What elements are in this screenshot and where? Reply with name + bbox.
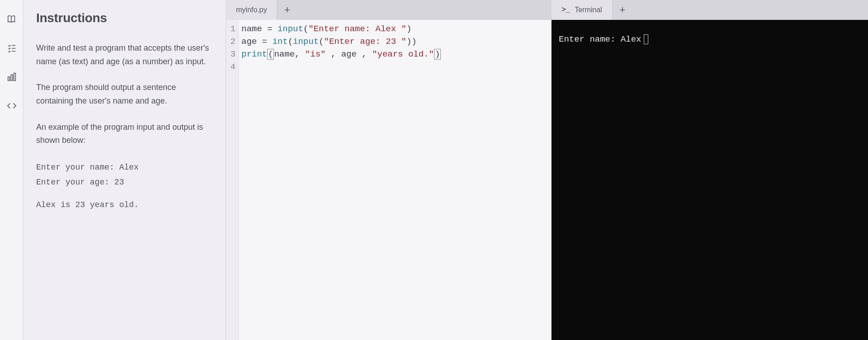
example-line-1: Enter your name: Alex	[36, 160, 213, 175]
code-lines[interactable]: name = input("Enter name: Alex ")age = i…	[239, 20, 551, 340]
instructions-panel: Instructions Write and test a program th…	[24, 0, 226, 340]
code-line-3: print(name, "is" , age , "years old.")	[241, 48, 551, 61]
code-editor[interactable]: 1 2 3 4 name = input("Enter name: Alex "…	[226, 20, 551, 340]
code-line-2: age = int(input("Enter age: 23 "))	[241, 35, 551, 48]
editor-tab-bar: myinfo.py +	[226, 0, 551, 20]
instructions-para-2: The program should output a sentence con…	[36, 81, 213, 108]
instructions-para-1: Write and test a program that accepts th…	[36, 42, 213, 68]
gutter-line: 1	[226, 23, 236, 35]
example-line-3: Alex is 23 years old.	[36, 198, 213, 212]
editor-tab-add[interactable]: +	[277, 0, 297, 20]
terminal-tab-label: Terminal	[575, 6, 602, 14]
terminal-line-1: Enter name: Alex	[559, 34, 641, 44]
terminal-tab-bar: >_ Terminal +	[552, 0, 868, 20]
instructions-title: Instructions	[36, 11, 213, 25]
terminal-cursor	[644, 34, 648, 44]
editor-panel: myinfo.py + 1 2 3 4 name = input("Enter …	[226, 0, 552, 340]
example-line-2: Enter your age: 23	[36, 175, 213, 189]
code-line-1: name = input("Enter name: Alex ")	[241, 23, 551, 35]
code-icon[interactable]	[6, 100, 17, 111]
instructions-body: Write and test a program that accepts th…	[36, 42, 213, 212]
gutter-line: 2	[226, 35, 236, 48]
editor-tab-myinfo[interactable]: myinfo.py	[226, 0, 277, 20]
line-gutter: 1 2 3 4	[226, 20, 239, 340]
gutter-line: 3	[226, 48, 236, 61]
icon-rail	[0, 0, 24, 340]
gutter-line: 4	[226, 61, 236, 73]
example-block: Enter your name: Alex Enter your age: 23…	[36, 160, 213, 212]
svg-rect-4	[11, 75, 13, 80]
bar-chart-icon[interactable]	[6, 71, 17, 82]
svg-rect-5	[14, 73, 15, 81]
terminal-body[interactable]: Enter name: Alex	[552, 20, 868, 340]
instructions-para-3: An example of the program input and outp…	[36, 121, 213, 147]
svg-rect-3	[8, 77, 9, 80]
terminal-tab[interactable]: >_ Terminal	[552, 0, 613, 20]
terminal-prompt-icon: >_	[561, 6, 570, 14]
book-icon[interactable]	[6, 14, 17, 24]
terminal-panel: >_ Terminal + Enter name: Alex	[552, 0, 868, 340]
checklist-icon[interactable]	[6, 42, 17, 53]
terminal-tab-add[interactable]: +	[613, 0, 632, 20]
